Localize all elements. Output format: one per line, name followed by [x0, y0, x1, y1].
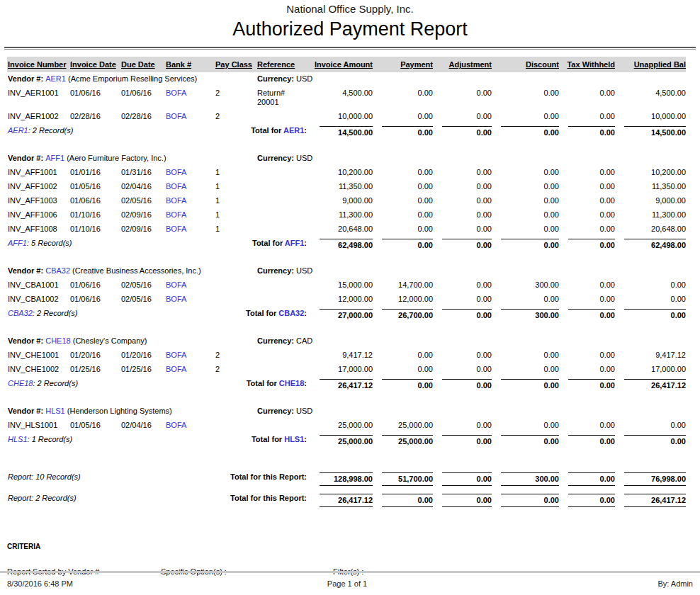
table-body: Vendor #: AER1 (Acme Emporium Reselling …	[7, 72, 686, 510]
amount-cell: 0.00	[433, 278, 492, 293]
total-code-link[interactable]: HLS1	[284, 435, 304, 443]
criteria-heading: CRITERIA	[7, 543, 693, 550]
column-header-invoice-amount[interactable]: Invoice Amount	[310, 57, 373, 72]
column-header-unapplied-bal[interactable]: Unapplied Bal	[615, 57, 686, 72]
vendor-total-amount-cell: 62,498.00	[310, 237, 373, 253]
amount-cell: 10,200.00	[310, 166, 373, 180]
amount-cell: 0.00	[433, 419, 492, 433]
reference-cell	[256, 194, 310, 208]
vendor-code-link[interactable]: CHE18	[45, 336, 70, 345]
amount-cell: 9,417.12	[310, 348, 373, 363]
vendor-header-cell: Vendor #: AER1 (Acme Emporium Reselling …	[7, 72, 256, 86]
total-amount: 14,500.00	[624, 126, 686, 137]
bank-link[interactable]: BOFA	[166, 89, 186, 97]
vendor-total-amount-cell: 0.00	[559, 307, 615, 323]
vendor-header-row: Vendor #: CBA32 (Creative Business Acces…	[7, 264, 686, 278]
invoice-date-cell: 02/28/16	[69, 110, 120, 124]
vendor-total-amount-cell: 14,500.00	[615, 124, 686, 140]
bank-link[interactable]: BOFA	[166, 196, 186, 205]
page-title: Authorized Payment Report	[0, 18, 700, 40]
record-count-code-link[interactable]: CBA32	[8, 309, 33, 317]
record-count-label: CHE18: 2 Record(s)	[7, 377, 215, 393]
amount-cell: 0.00	[492, 222, 559, 237]
report-total-amount: 0.00	[568, 472, 615, 486]
column-header-reference[interactable]: Reference	[256, 57, 310, 72]
pay-class-cell: 1	[215, 180, 256, 194]
currency-label: Currency:	[257, 336, 296, 345]
invoice-date-cell: 01/05/16	[69, 419, 120, 433]
vendor-total-amount-cell: 0.00	[559, 433, 615, 449]
vendor-total-amount-cell: 25,000.00	[373, 433, 433, 449]
amount-cell: 0.00	[559, 110, 615, 124]
vendor-code-link[interactable]: AER1	[45, 74, 66, 83]
total-code-link[interactable]: CHE18	[279, 379, 304, 387]
record-count-code-link[interactable]: AER1	[8, 126, 28, 135]
total-suffix: :	[304, 379, 307, 387]
invoice-number-cell: INV_CBA1001	[7, 278, 69, 293]
amount-cell: 9,417.12	[615, 348, 686, 363]
bank-link[interactable]: BOFA	[166, 182, 186, 191]
total-suffix: :	[304, 309, 307, 317]
bank-cell: BOFA	[165, 363, 215, 377]
total-code-link[interactable]: AER1	[283, 126, 304, 135]
report-total-amount: 300.00	[501, 472, 559, 486]
column-header-due-date[interactable]: Due Date	[120, 57, 165, 72]
bank-link[interactable]: BOFA	[166, 421, 186, 429]
column-header-payment[interactable]: Payment	[373, 57, 433, 72]
column-header-pay-class[interactable]: Pay Class	[215, 57, 256, 72]
bank-link[interactable]: BOFA	[166, 225, 186, 233]
column-header-bank[interactable]: Bank #	[165, 57, 215, 72]
record-count-code-link[interactable]: AFF1	[8, 239, 27, 247]
invoice-number-cell: INV_AER1002	[7, 110, 69, 124]
vendor-total-amount-cell: 0.00	[373, 124, 433, 140]
total-code-link[interactable]: AFF1	[285, 239, 305, 247]
invoice-row: INV_AER100202/28/1602/28/16BOFA210,000.0…	[7, 110, 686, 124]
vendor-total-row: CBA32: 2 Record(s)Total for CBA32:27,000…	[7, 307, 686, 323]
record-count-code-link[interactable]: HLS1	[8, 435, 28, 443]
report-total-amount: 128,998.00	[320, 472, 373, 486]
total-amount: 26,417.12	[624, 379, 686, 390]
total-code-link[interactable]: CBA32	[278, 309, 304, 317]
vendor-name: (Creative Business Accessories, Inc.)	[72, 266, 201, 275]
report-total-amount-cell: 0.00	[433, 492, 492, 510]
column-header-discount[interactable]: Discount	[492, 57, 559, 72]
bank-link[interactable]: BOFA	[166, 210, 186, 219]
vendor-code-link[interactable]: CBA32	[45, 266, 70, 275]
invoice-date-cell: 01/05/16	[69, 180, 120, 194]
amount-cell: 10,000.00	[615, 110, 686, 124]
vendor-total-amount-cell: 0.00	[492, 377, 559, 393]
column-header-adjustment[interactable]: Adjustment	[433, 57, 492, 72]
total-prefix: Total for	[247, 379, 279, 387]
vendor-header-row: Vendor #: HLS1 (Henderson Lighting Syste…	[7, 404, 686, 419]
footer-datetime: 8/30/2016 6:48 PM	[0, 579, 241, 588]
due-date-cell: 01/06/16	[120, 86, 165, 110]
reference-cell	[256, 293, 310, 307]
bank-link[interactable]: BOFA	[166, 365, 186, 373]
vendor-name: (Chesley's Company)	[73, 336, 147, 345]
vendor-total-label: Total for HLS1:	[215, 433, 310, 449]
reference-cell	[256, 419, 310, 433]
vendor-header-cell: Vendor #: AFF1 (Aero Furniture Factory, …	[7, 152, 256, 166]
bank-link[interactable]: BOFA	[166, 351, 186, 359]
amount-cell: 0.00	[559, 86, 615, 110]
amount-cell: 0.00	[559, 180, 615, 194]
record-count-code-link[interactable]: CHE18	[8, 379, 33, 387]
bank-link[interactable]: BOFA	[166, 280, 186, 289]
title-divider	[4, 47, 696, 50]
bank-link[interactable]: BOFA	[166, 112, 186, 120]
column-header-invoice-date[interactable]: Invoice Date	[69, 57, 120, 72]
vendor-code-link[interactable]: HLS1	[45, 407, 65, 415]
bank-link[interactable]: BOFA	[166, 168, 186, 176]
vendor-total-amount-cell: 0.00	[559, 124, 615, 140]
amount-cell: 25,000.00	[310, 419, 373, 433]
bank-link[interactable]: BOFA	[166, 295, 186, 303]
column-header-tax-withheld[interactable]: Tax Withheld	[559, 57, 615, 72]
invoice-row: INV_AFF100301/06/1602/05/16BOFA19,000.00…	[7, 194, 686, 208]
report-total-amount: 76,998.00	[624, 472, 686, 486]
report-total-amount: 0.00	[442, 472, 492, 486]
vendor-code-link[interactable]: AFF1	[45, 154, 64, 162]
total-amount: 300.00	[501, 309, 559, 320]
invoice-date-cell: 01/06/16	[69, 293, 120, 307]
amount-cell: 0.00	[492, 110, 559, 124]
column-header-invoice-number[interactable]: Invoice Number	[7, 57, 69, 72]
